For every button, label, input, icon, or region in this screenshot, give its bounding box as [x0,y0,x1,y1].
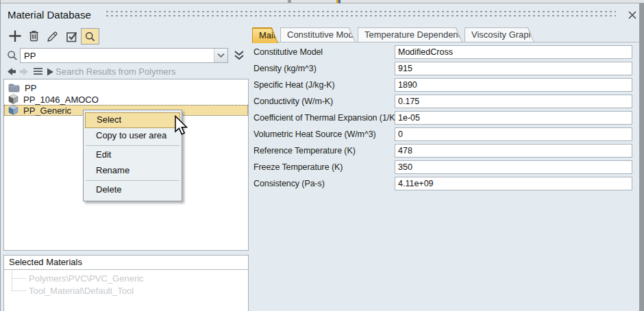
volumetric-heat-source-field[interactable] [395,127,632,141]
search-toggle-button[interactable] [81,28,99,45]
menu-item-rename[interactable]: Rename [85,163,180,179]
folder-icon [8,83,20,92]
dialog-title: Material Database [8,9,91,21]
edit-pencil-button[interactable] [46,29,61,44]
breadcrumb: Search Results from Polymers [55,66,176,77]
tree-item-pp-1046-amoco[interactable]: PP_1046_AMOCO [4,94,248,105]
form-row: Volumetric Heat Source (W/m^3) [253,127,632,141]
form-row: Density (kg/m^3) [253,62,632,75]
thermal-expansion-field[interactable] [395,111,632,125]
form-row: Constitutive Model [253,45,632,59]
list-icon[interactable] [33,67,43,78]
menu-separator [86,180,179,181]
nav-forward-icon[interactable] [18,66,29,79]
reference-temperature-field[interactable] [395,144,632,158]
menu-item-edit[interactable]: Edit [85,147,180,163]
tree-item-pp[interactable]: PP [4,83,248,94]
window-above-mini-icon [336,0,340,3]
menu-item-copy-to-user-area[interactable]: Copy to user area [85,128,180,144]
tab-strip: Main Constitutive Model Temperature Depe… [252,27,536,42]
selected-materials-title: Selected Materials [4,256,248,270]
conductivity-field[interactable] [395,95,632,108]
search-icon [84,30,97,44]
window-right-edge [639,3,644,311]
tab-strip-baseline [252,42,639,42]
tab-constitutive-model[interactable]: Constitutive Model [280,27,356,42]
form-row: Specific Heat (J/kg-K) [253,78,632,92]
form-row: Coefficient of Thermal Expansion (1/K) [253,111,632,125]
add-button[interactable] [8,29,23,44]
menu-item-delete[interactable]: Delete [85,182,180,198]
tab-temperature-dependence[interactable]: Temperature Dependence [358,27,462,42]
drag-grip-dots[interactable] [105,10,616,18]
menu-item-select[interactable]: Select [85,112,180,128]
nav-back-icon[interactable] [6,66,17,79]
menu-separator [86,145,179,146]
search-input[interactable] [20,48,228,63]
cube-gray-icon [8,94,18,104]
close-icon[interactable] [626,9,639,21]
selected-materials-panel: Selected Materials Polymers\PVC\PVC_Gene… [3,255,249,311]
play-icon[interactable] [46,67,54,79]
delete-button[interactable] [27,29,42,44]
density-field[interactable] [395,62,632,75]
search-field-icon [6,49,19,64]
tab-viscosity-graph[interactable]: Viscosity Graph [465,27,534,42]
search-dropdown-button[interactable] [214,49,227,62]
form-row: Conductivity (W/m-K) [253,95,632,108]
window-above-edge [1,0,644,3]
material-database-window: Material Database [0,0,644,311]
freeze-temperature-field[interactable] [395,160,632,174]
check-select-button[interactable] [65,29,80,44]
window-above-tick [288,0,291,3]
material-properties-form: Constitutive Model Density (kg/m^3) Spec… [253,45,632,193]
double-chevron-down-icon[interactable] [233,50,245,61]
tab-main[interactable]: Main [252,27,278,43]
selected-material-item: Tool_Material\Default_Tool [29,286,134,297]
cube-blue-icon [8,105,18,115]
chevron-down-icon [217,53,225,59]
tree-connector [12,290,26,291]
form-row: Consistency (Pa-s) [253,177,632,190]
tree-connector [12,271,12,290]
consistency-field[interactable] [395,177,632,190]
tree-connector [12,278,26,279]
form-row: Reference Temperature (K) [253,144,632,158]
form-row: Freeze Temperature (K) [253,160,632,174]
context-menu: Select Copy to user area Edit Rename Del… [83,110,182,201]
selected-material-item: Polymers\PVC\PVC_Generic [29,273,144,284]
constitutive-model-field[interactable] [395,45,632,59]
specific-heat-field[interactable] [395,78,632,92]
